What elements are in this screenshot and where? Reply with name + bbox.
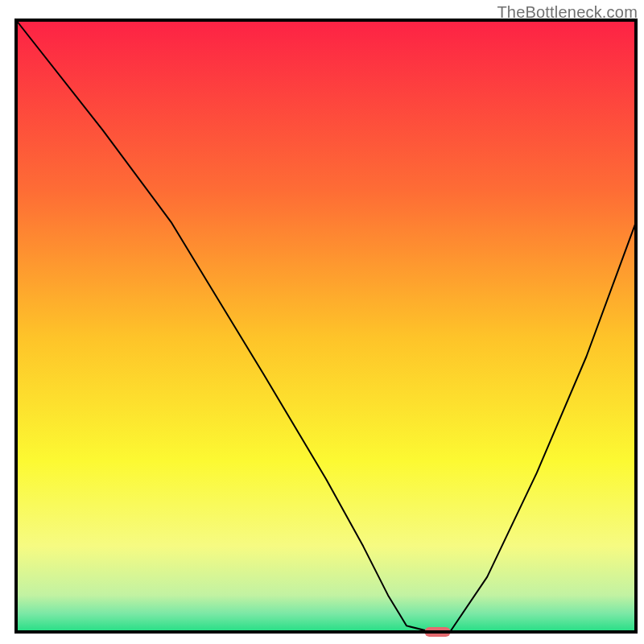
watermark-label: TheBottleneck.com [497,3,638,22]
chart-svg [0,0,644,644]
chart-background [16,20,636,632]
bottleneck-chart: TheBottleneck.com [0,0,644,644]
